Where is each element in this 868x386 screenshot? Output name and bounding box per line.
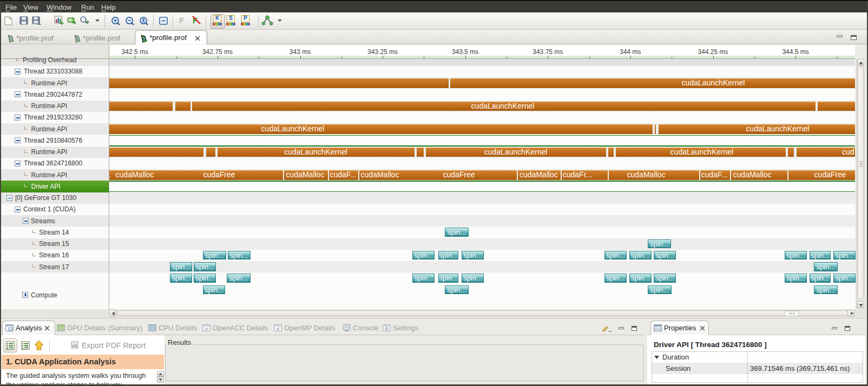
svg-text:#: # xyxy=(205,327,208,331)
svg-text:#: # xyxy=(277,327,279,331)
svg-text:⚙: ⚙ xyxy=(385,327,389,331)
